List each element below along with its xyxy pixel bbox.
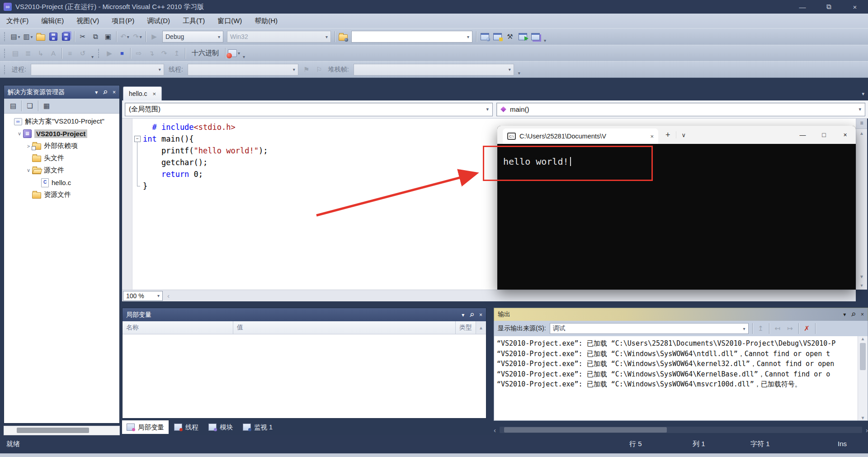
console-output-area[interactable]: hello world! <box>497 144 856 167</box>
tree-item-external-deps[interactable]: >外部依赖项 <box>4 140 119 152</box>
properties-icon[interactable]: ▤ <box>7 100 19 112</box>
column-type[interactable]: 类型 <box>456 321 476 334</box>
window-position-icon[interactable]: ▾ <box>462 312 464 318</box>
zoom-combo[interactable]: 100 % ▾ <box>123 291 163 301</box>
locals-body[interactable] <box>123 334 486 418</box>
expander-icon[interactable]: ∨ <box>16 131 23 137</box>
tree-item-hello-c[interactable]: Chello.c <box>4 176 119 189</box>
start-page-icon[interactable] <box>517 31 528 43</box>
console-tab[interactable]: C:\ C:\Users\25281\Documents\V × <box>503 129 658 144</box>
pin-icon[interactable]: ⚲ <box>102 88 109 95</box>
output-window-icon[interactable]: ▾ <box>228 48 240 59</box>
tab-locals[interactable]: 局部变量 <box>122 420 169 434</box>
add-item-icon[interactable]: ▥▾ <box>22 31 34 43</box>
scroll-down-icon[interactable]: ▼ <box>859 272 864 281</box>
tab-hello-c[interactable]: hello.c × <box>123 86 162 100</box>
output-source-combo[interactable]: 调试 ▾ <box>550 323 749 334</box>
menu-help[interactable]: 帮助(H) <box>248 14 284 28</box>
hex-display-button[interactable]: 十六进制 <box>187 48 223 59</box>
tree-item-resource-files[interactable]: 资源文件 <box>4 189 119 201</box>
menu-debug[interactable]: 调试(D) <box>141 14 176 28</box>
editor-vscrollbar[interactable]: ≡ ▲ ▼ ▾ <box>856 119 867 290</box>
find-in-files-icon[interactable] <box>337 31 349 43</box>
hscroll-track[interactable] <box>500 427 862 433</box>
expander-icon[interactable]: ∨ <box>25 167 32 173</box>
copy-icon[interactable]: ⧉ <box>90 31 101 43</box>
tab-modules[interactable]: 模块 <box>204 420 237 434</box>
tree-item-source-files[interactable]: ∨源文件 <box>4 164 119 176</box>
fold-toggle-icon[interactable]: − <box>134 136 141 142</box>
solution-explorer-icon[interactable] <box>479 31 491 43</box>
tree-item-header-files[interactable]: 头文件 <box>4 152 119 164</box>
column-value[interactable]: 值 <box>233 321 456 334</box>
scroll-left-icon[interactable]: ‹ <box>494 426 496 434</box>
properties-window-icon[interactable] <box>491 31 503 43</box>
extension-manager-icon[interactable] <box>529 31 541 43</box>
menu-project[interactable]: 项目(P) <box>105 14 141 28</box>
scroll-up-icon[interactable]: ▲ <box>859 129 864 138</box>
restore-icon[interactable]: ⧉ <box>816 3 842 11</box>
window-position-icon[interactable]: ▾ <box>95 89 98 95</box>
tab-close-icon[interactable]: × <box>152 90 156 97</box>
tree-item-project[interactable]: ∨▦VS2010-Project <box>4 128 119 140</box>
hscroll-thumb[interactable] <box>504 427 667 433</box>
tab-watch[interactable]: 监视 1 <box>238 420 277 434</box>
output-text-area[interactable]: “VS2010-Project.exe”: 已加载 “C:\Users\2528… <box>494 336 868 421</box>
solution-config-combo[interactable]: Debug▾ <box>162 31 223 43</box>
chevron-down-icon[interactable]: ▾ <box>860 281 863 290</box>
solution-explorer-hscrollbar[interactable] <box>4 426 120 435</box>
close-panel-icon[interactable]: × <box>861 311 864 318</box>
console-minimize-icon[interactable]: — <box>792 131 813 138</box>
window-position-icon[interactable]: ▾ <box>843 311 846 318</box>
show-all-files-icon[interactable]: ❏ <box>24 100 36 112</box>
scroll-left-icon[interactable]: ‹ <box>167 292 170 300</box>
close-panel-icon[interactable]: × <box>113 89 116 95</box>
save-icon[interactable] <box>47 31 59 43</box>
menu-edit[interactable]: 编辑(E) <box>35 14 70 28</box>
debug-location-options-icon[interactable]: ▾ <box>518 71 520 77</box>
column-name[interactable]: 名称 <box>123 321 233 334</box>
debug-toolbar-options-icon[interactable]: ▾ <box>243 54 245 61</box>
tab-threads[interactable]: 线程 <box>170 420 203 434</box>
console-close-icon[interactable]: × <box>835 131 856 138</box>
stop-debug-icon[interactable]: ■ <box>116 48 128 59</box>
pin-icon[interactable]: ⚲ <box>468 311 476 318</box>
output-vscrollbar[interactable]: ▲ ▼ <box>858 336 868 420</box>
scope-combo[interactable]: (全局范围) ▾ <box>125 103 493 116</box>
view-class-diagram-icon[interactable]: ▦ <box>41 100 52 112</box>
scroll-down-icon[interactable]: ▼ <box>861 415 865 420</box>
console-maximize-icon[interactable]: □ <box>813 131 835 138</box>
pin-icon[interactable]: ⚲ <box>850 311 857 318</box>
menu-file[interactable]: 文件(F) <box>0 14 35 28</box>
minimize-icon[interactable]: — <box>789 3 816 11</box>
save-all-icon[interactable] <box>60 31 72 43</box>
close-panel-icon[interactable]: × <box>479 312 482 318</box>
scroll-up-icon[interactable]: ▲ <box>476 321 486 334</box>
text-editor-toolbar-options-icon[interactable]: ▾ <box>91 54 94 61</box>
clear-all-icon[interactable]: ✗ <box>801 323 813 334</box>
menu-view[interactable]: 视图(V) <box>70 14 105 28</box>
new-tab-icon[interactable]: + <box>665 130 670 140</box>
object-browser-icon[interactable]: ⚒ <box>504 31 516 43</box>
vscroll-thumb[interactable] <box>860 343 866 370</box>
tree-item-solution[interactable]: ∞解决方案"VS2010-Project" <box>4 115 119 128</box>
tab-dropdown-icon[interactable]: ∨ <box>682 132 686 138</box>
paste-icon[interactable]: ▣ <box>102 31 114 43</box>
new-project-icon[interactable]: ▤▾ <box>9 31 21 43</box>
splitter-handle-icon[interactable]: ≡ <box>856 119 867 129</box>
toolbar1-options-icon[interactable]: ▾ <box>544 38 546 45</box>
member-combo[interactable]: main() ▾ <box>496 103 865 116</box>
hscroll-thumb[interactable] <box>17 428 89 433</box>
cut-icon[interactable]: ✂ <box>77 31 89 43</box>
open-file-icon[interactable] <box>35 31 47 43</box>
expander-icon[interactable]: > <box>25 143 32 149</box>
find-combo[interactable]: ▾ <box>351 31 472 43</box>
console-tab-close-icon[interactable]: × <box>650 133 654 140</box>
scroll-right-icon[interactable]: › <box>866 426 868 434</box>
document-well-dropdown-icon[interactable]: ▾ <box>862 91 864 97</box>
output-hscrollbar[interactable]: ‹ › <box>494 424 868 435</box>
scroll-up-icon[interactable]: ▲ <box>861 336 865 341</box>
menu-tools[interactable]: 工具(T) <box>176 14 211 28</box>
close-icon[interactable]: × <box>842 3 868 11</box>
menu-window[interactable]: 窗口(W) <box>211 14 248 28</box>
